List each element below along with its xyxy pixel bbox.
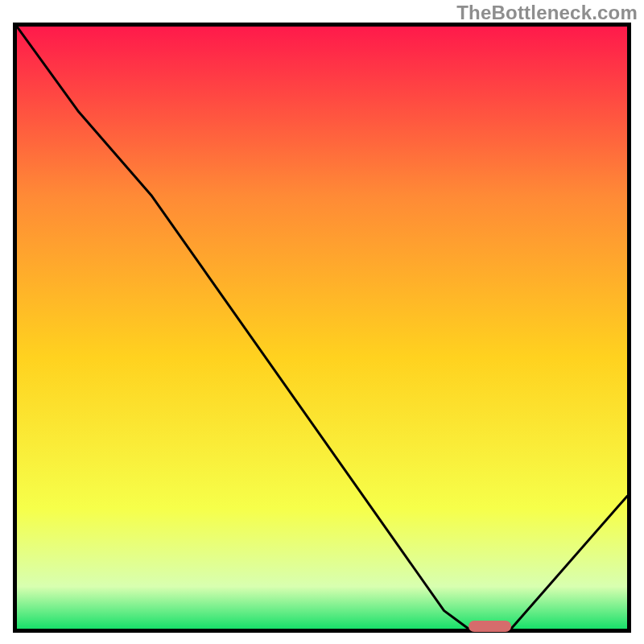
optimum-marker	[469, 621, 511, 632]
plot-inner	[17, 27, 627, 629]
watermark-text: TheBottleneck.com	[456, 2, 638, 24]
gradient-background	[17, 27, 627, 629]
chart-svg	[17, 27, 627, 629]
plot-area	[13, 23, 631, 633]
chart-frame: TheBottleneck.com	[0, 0, 644, 644]
